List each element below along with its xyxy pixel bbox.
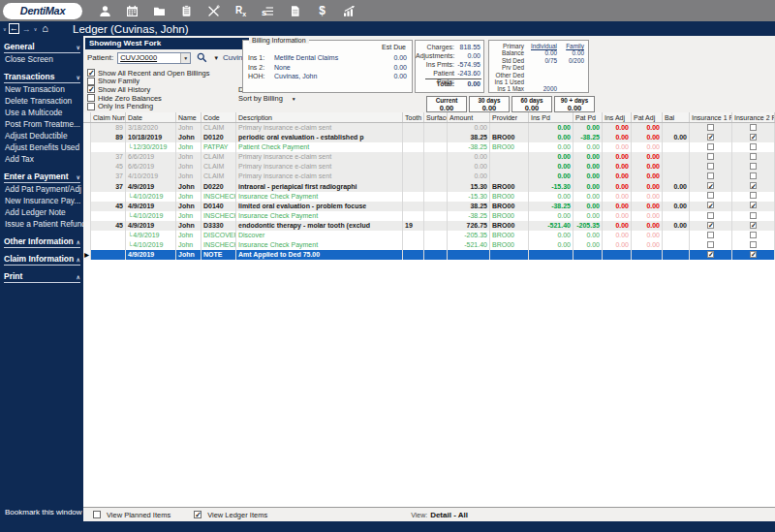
sidebar-item-add-pat-payment-adj[interactable]: Add Pat Payment/Adj <box>0 184 83 196</box>
sidebar-item-delete-transaction[interactable]: Delete Transaction <box>0 96 83 108</box>
column-header-name[interactable]: Name <box>176 112 202 122</box>
table-row[interactable]: └4/10/2019JohnINSCHECKInsurance Check Pa… <box>83 240 775 250</box>
checkbox[interactable] <box>707 232 714 238</box>
sidebar-item-issue-a-patient-refund[interactable]: Issue a Patient Refund <box>0 219 83 231</box>
cell-insurance-2-paid[interactable] <box>732 152 775 162</box>
sidebar-item-post-from-treatme[interactable]: Post From Treatme... <box>0 119 83 131</box>
checkbox[interactable] <box>707 172 714 179</box>
table-row[interactable]: └4/10/2019JohnINSCHECKInsurance Check Pa… <box>83 211 775 221</box>
column-header-pat-pd[interactable]: Pat Pd <box>574 112 603 122</box>
cell-insurance-1-paid[interactable] <box>690 172 732 181</box>
column-header-surface[interactable]: Surface <box>424 112 448 122</box>
table-row[interactable]: 454/9/2019JohnD3330endodontic therapy - … <box>83 221 775 231</box>
sidebar-section-transactions[interactable]: Transactions∨ <box>4 72 80 83</box>
cell-insurance-2-paid[interactable] <box>732 182 775 192</box>
back-history-chevron-icon[interactable]: ∨ <box>3 26 7 32</box>
table-row[interactable]: 456/6/2019JohnCLAIMPrimary insurance e-c… <box>83 162 775 172</box>
checkbox[interactable] <box>750 222 757 229</box>
view-ledger-items-checkbox[interactable] <box>194 511 202 518</box>
sidebar-section-print[interactable]: Print∧ <box>4 271 80 283</box>
cell-insurance-2-paid[interactable] <box>732 240 775 250</box>
filter-dropdown-icon[interactable]: ▼ <box>213 55 219 61</box>
cell-insurance-1-paid[interactable] <box>690 231 732 240</box>
column-header-claim-number[interactable]: Claim Number <box>91 112 126 122</box>
checkbox[interactable] <box>707 241 714 248</box>
sidebar-item-use-a-multicode[interactable]: Use a Multicode <box>0 108 83 119</box>
view-planned-items-checkbox[interactable] <box>93 511 101 518</box>
table-row[interactable]: ▶4/9/2019JohnNOTEAmt Applied to Ded 75.0… <box>83 250 775 260</box>
sidebar-section-other-information[interactable]: Other Information∧ <box>4 236 80 248</box>
cell-insurance-1-paid[interactable] <box>690 202 732 211</box>
ledger-icon[interactable]: s <box>261 4 275 18</box>
checkbox[interactable] <box>750 202 757 208</box>
checkbox[interactable] <box>750 172 757 179</box>
checkbox[interactable] <box>750 124 757 131</box>
checkbox[interactable] <box>750 134 757 141</box>
cell-insurance-2-paid[interactable] <box>732 211 775 221</box>
table-row[interactable]: └12/30/2019JohnPATPAYPatient Check Payme… <box>83 142 775 152</box>
checkbox[interactable] <box>707 192 714 199</box>
bookmark-link[interactable]: Bookmark this window <box>5 508 82 516</box>
patient-icon[interactable] <box>98 4 112 18</box>
column-header-description[interactable]: Description <box>236 112 403 122</box>
table-row[interactable]: 8910/18/2019JohnD0120periodic oral evalu… <box>83 133 775 142</box>
column-header-bal[interactable]: Bal <box>663 112 690 122</box>
column-header-insurance-1-paid[interactable]: Insurance 1 Paid <box>690 112 732 122</box>
patient-id-combo[interactable]: CUVJO000 ▼ <box>117 52 191 64</box>
cell-insurance-1-paid[interactable] <box>690 221 732 231</box>
checkbox[interactable] <box>87 78 95 85</box>
checkbox[interactable] <box>707 124 714 131</box>
checkbox[interactable] <box>87 103 95 110</box>
cell-insurance-2-paid[interactable] <box>732 142 775 152</box>
cell-insurance-2-paid[interactable] <box>732 162 775 172</box>
cell-insurance-1-paid[interactable] <box>690 123 732 133</box>
checkbox[interactable] <box>750 163 757 170</box>
sidebar-section-general[interactable]: General∨ <box>4 42 80 53</box>
checkbox[interactable] <box>707 222 714 229</box>
sidebar-item-new-insurance-pay[interactable]: New Insurance Pay... <box>0 196 83 207</box>
checkbox[interactable] <box>750 232 757 238</box>
column-header-tooth[interactable]: Tooth <box>403 112 424 122</box>
dentimax-logo[interactable]: DentiMax <box>3 3 82 19</box>
cell-insurance-2-paid[interactable] <box>732 172 775 181</box>
checkbox[interactable] <box>750 212 757 219</box>
checkbox[interactable] <box>707 153 714 160</box>
payment-icon[interactable]: $ <box>315 4 329 18</box>
home-icon[interactable]: ⌂ <box>42 23 48 34</box>
checkbox[interactable] <box>707 134 714 141</box>
checkbox[interactable] <box>750 153 757 160</box>
column-header-amount[interactable]: Amount <box>448 112 490 122</box>
prescription-icon[interactable]: Rx <box>233 4 248 18</box>
cell-insurance-2-paid[interactable] <box>732 123 775 133</box>
dental-tools-icon[interactable] <box>206 4 221 18</box>
cell-insurance-2-paid[interactable] <box>732 250 775 260</box>
checkbox[interactable] <box>87 94 95 102</box>
clipboard-icon[interactable] <box>179 4 194 18</box>
column-header-ins-pd[interactable]: Ins Pd <box>529 112 574 122</box>
cell-insurance-2-paid[interactable] <box>732 133 775 142</box>
cell-insurance-2-paid[interactable] <box>732 221 775 231</box>
combo-dropdown-icon[interactable]: ▼ <box>180 53 190 63</box>
sidebar-item-close-screen[interactable]: Close Screen <box>0 54 83 66</box>
sidebar-section-enter-a-payment[interactable]: Enter a Payment∨ <box>4 172 80 183</box>
table-row[interactable]: └4/10/2019JohnINSCHECKInsurance Check Pa… <box>83 192 775 202</box>
sidebar-item-add-ledger-note[interactable]: Add Ledger Note <box>0 207 83 219</box>
open-folder-icon[interactable] <box>152 4 167 18</box>
table-row[interactable]: 893/18/2020JohnCLAIMPrimary insurance e-… <box>83 123 775 133</box>
sidebar-item-add-tax[interactable]: Add Tax <box>0 154 83 166</box>
cell-insurance-1-paid[interactable] <box>690 142 732 152</box>
cell-insurance-1-paid[interactable] <box>690 240 732 250</box>
checkbox[interactable] <box>87 85 95 93</box>
sidebar-item-adjust-deductible[interactable]: Adjust Deductible <box>0 131 83 142</box>
forward-icon[interactable]: → <box>22 24 31 34</box>
column-header-pat-adj[interactable]: Pat Adj <box>632 112 663 122</box>
column-header-code[interactable]: Code <box>202 112 236 122</box>
checkbox[interactable] <box>707 251 714 258</box>
table-row[interactable]: 374/9/2019JohnD0220intraoral - periapica… <box>83 182 775 192</box>
checkbox[interactable] <box>707 182 714 189</box>
search-icon[interactable] <box>197 52 207 63</box>
back-icon[interactable]: ← <box>9 23 19 34</box>
checkbox[interactable] <box>750 182 757 189</box>
cell-insurance-2-paid[interactable] <box>732 202 775 211</box>
checkbox[interactable] <box>750 143 757 150</box>
